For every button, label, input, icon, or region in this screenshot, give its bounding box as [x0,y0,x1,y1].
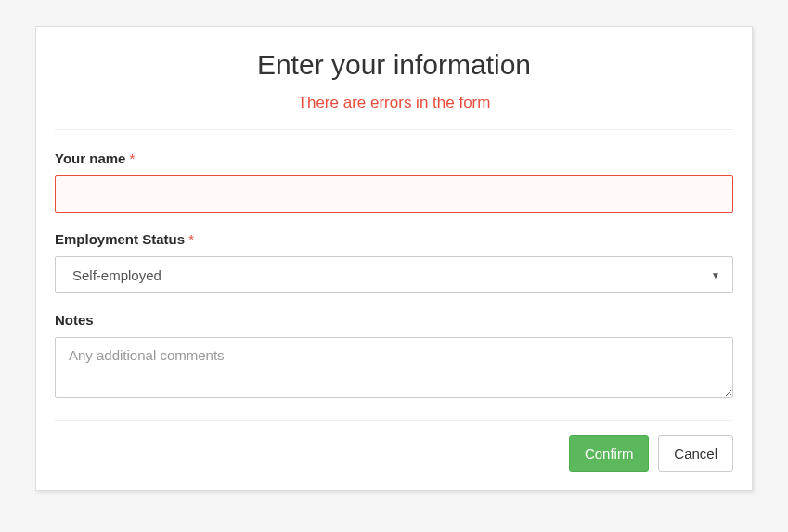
confirm-button[interactable]: Confirm [569,435,650,472]
employment-label: Employment Status [55,231,185,247]
button-row: Confirm Cancel [55,435,733,472]
notes-label: Notes [55,312,94,328]
name-label: Your name [55,150,125,166]
required-mark: * [130,150,136,166]
panel-header: Enter your information There are errors … [55,44,733,130]
name-input[interactable] [55,175,733,213]
notes-label-row: Notes [55,312,733,328]
form-error-message: There are errors in the form [55,94,733,112]
notes-textarea[interactable] [55,337,733,398]
employment-select[interactable]: Self-employed [55,256,733,293]
name-group: Your name * [55,150,733,213]
name-label-row: Your name * [55,150,733,166]
employment-group: Employment Status * Self-employed ▼ [55,231,733,293]
cancel-button[interactable]: Cancel [658,435,733,472]
employment-select-wrap: Self-employed ▼ [55,256,733,293]
employment-label-row: Employment Status * [55,231,733,247]
page-title: Enter your information [55,49,733,81]
form-panel: Enter your information There are errors … [35,26,753,491]
notes-group: Notes [55,312,733,401]
required-mark: * [188,231,194,247]
divider [55,420,733,421]
